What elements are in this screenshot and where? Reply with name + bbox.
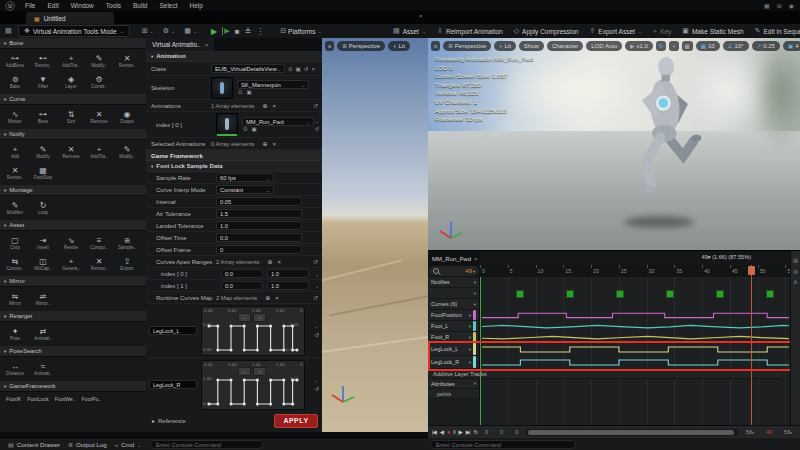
console-input[interactable] — [150, 440, 263, 449]
palette-tool-conver[interactable]: ⇆Conver.. — [1, 253, 29, 274]
timeline-scrollbar[interactable] — [526, 429, 738, 436]
footer-mid[interactable]: 49 — [762, 429, 776, 435]
track-attributes[interactable]: Attributes▾ — [428, 379, 791, 389]
element-options-icon[interactable]: ⌄ — [315, 283, 319, 289]
asset-tool-reimport-animation[interactable]: ⇩Reimport Animation — [437, 27, 503, 35]
range-field-1[interactable]: 1.0 — [267, 281, 309, 290]
palette-tool-modify[interactable]: ✎Modify — [29, 141, 57, 162]
notify-marker[interactable] — [516, 290, 524, 298]
footer-range_right[interactable]: 56▾ — [780, 429, 796, 435]
menu-select[interactable]: Select — [153, 2, 183, 9]
asset-tool-asset[interactable]: ▤Asset⌄ — [393, 27, 426, 35]
close-icon[interactable]: × — [474, 256, 477, 262]
asset-tool-export-asset[interactable]: ⇧Export Asset⌄ — [589, 27, 642, 35]
asset-tool-key[interactable]: +Key — [653, 28, 671, 35]
hamburger-menu-icon[interactable]: ≡ — [325, 41, 334, 51]
palette-tool-loop[interactable]: ↻Loop — [29, 197, 57, 218]
palette-tool-pose[interactable]: ✦Pose — [1, 323, 29, 344]
topright-icon-2[interactable]: ◉ — [789, 2, 794, 9]
clear-icon[interactable]: × — [311, 66, 314, 72]
combo-sample-rate[interactable]: 60 fps⌄ — [216, 173, 274, 182]
eject-button[interactable]: ≜ — [244, 27, 251, 36]
browse-icon[interactable]: ▣ — [296, 66, 301, 72]
pill-character[interactable]: Character — [547, 41, 583, 51]
track-notifies[interactable]: Notifies▾ — [428, 277, 791, 288]
notify-marker[interactable] — [566, 290, 574, 298]
go-to-end-button[interactable]: ▶| — [466, 429, 470, 435]
track-pelvis[interactable]: pelvis — [428, 389, 791, 399]
menu-build[interactable]: Build — [127, 2, 153, 9]
reset-icon[interactable]: ↺ — [313, 258, 318, 265]
palette-tool-bake[interactable]: ⊚Bake — [1, 71, 29, 92]
palette-tool-motion[interactable]: ∿Motion — [1, 106, 29, 127]
side-tab-icon-1[interactable]: ◎ — [793, 268, 797, 274]
snap-icon-1[interactable]: ⌖ — [669, 41, 678, 51]
topright-icon-0[interactable]: ▦ — [764, 2, 770, 9]
reset-icon[interactable]: ↺ — [313, 102, 318, 109]
snap-icon-0[interactable]: ↻ — [656, 41, 667, 51]
lit-dropdown[interactable]: ◐Lit — [388, 41, 410, 51]
use-asset-icon[interactable]: ⊙ — [238, 89, 243, 95]
notify-marker[interactable] — [666, 290, 674, 298]
browse-icon[interactable]: ▣ — [252, 126, 257, 132]
unreal-logo-icon[interactable]: U — [5, 1, 15, 11]
class-dropdown[interactable]: EUB_VirtualDetailsViewDat⌄ — [211, 64, 285, 73]
palette-section-asset[interactable]: ▾Asset — [0, 220, 146, 231]
pill-x1-0[interactable]: ▶x1.0 — [625, 41, 653, 51]
palette-tool-remove[interactable]: ✕Remove — [57, 141, 85, 162]
field-landed-tolerance[interactable]: 1.0 — [216, 221, 302, 230]
viewport-badge-0[interactable]: ▦10 — [696, 41, 720, 51]
palette-section-notify[interactable]: ▾Notify — [0, 129, 146, 140]
range-field-0[interactable]: 0.0 — [221, 269, 263, 278]
close-icon[interactable]: × — [205, 42, 209, 48]
palette-tool-compo[interactable]: ≡Compo.. — [85, 232, 113, 253]
stop-button[interactable]: ■ — [235, 27, 240, 36]
field-interval[interactable]: 0.05 — [216, 197, 302, 206]
fit-vertical-button[interactable]: ↕ — [253, 313, 266, 322]
track-curves-6-[interactable]: Curves (6)▾ — [428, 299, 791, 310]
palette-section-montage[interactable]: ▾Montage — [0, 185, 146, 196]
notify-marker[interactable] — [616, 290, 624, 298]
editor-console-input[interactable] — [430, 440, 576, 449]
field-offset-time[interactable]: 0.0 — [216, 233, 302, 242]
playhead-handle[interactable] — [748, 266, 755, 275]
palette-tool-mocap[interactable]: ◫MoCap.. — [29, 253, 57, 274]
add-element-icon[interactable]: ⊕ — [268, 258, 273, 265]
cmd-dropdown[interactable]: » Cmd ⌄ — [115, 441, 142, 448]
pill-show[interactable]: Show — [519, 41, 544, 51]
delete-elements-icon[interactable]: × — [275, 295, 279, 301]
element-options-icon[interactable]: ⌄ — [315, 377, 319, 383]
palette-tool-footlock[interactable]: FootLock — [27, 396, 48, 402]
element-options-icon[interactable]: ⌄ — [315, 323, 319, 329]
palette-tool-animati[interactable]: ≈Animati.. — [29, 358, 57, 379]
palette-tool-add[interactable]: +Add — [1, 141, 29, 162]
palette-tool-crop[interactable]: ▢Crop — [1, 232, 29, 253]
editor-tab-close-icon[interactable]: × — [419, 13, 423, 19]
palette-section-posesearch[interactable]: ▾PoseSearch — [0, 346, 146, 357]
reset-icon[interactable]: ↺ — [304, 66, 309, 72]
delete-elements-icon[interactable]: × — [273, 103, 277, 109]
output-log-button[interactable]: ≣ Output Log — [68, 441, 107, 448]
snap-icon-2[interactable]: ▦ — [682, 41, 693, 51]
save-icon[interactable]: ▤ — [5, 27, 12, 35]
palette-tool-export[interactable]: ⇧Export — [113, 253, 141, 274]
palette-tool-addtra[interactable]: +AddTra.. — [85, 141, 113, 162]
curve-editor-leglock_r[interactable]: 0.000.501.001.502.↔↕1.000.001.000.00 — [201, 360, 305, 410]
palette-tool-sample[interactable]: ≋Sample.. — [113, 232, 141, 253]
notify-marker[interactable] — [766, 290, 774, 298]
reference-foldout[interactable]: ▸Reference — [152, 417, 186, 424]
palette-section-bone[interactable]: ▾Bone — [0, 38, 146, 49]
notify-marker[interactable] — [716, 290, 724, 298]
use-asset-icon[interactable]: ⊙ — [243, 126, 248, 132]
menu-window[interactable]: Window — [65, 2, 100, 9]
range-field-0[interactable]: 0.0 — [221, 281, 263, 290]
palette-tool-remov[interactable]: ⊷Remov.. — [29, 50, 57, 71]
palette-tool-insert[interactable]: ⇥Insert — [29, 232, 57, 253]
asset-tool-make-static-mesh[interactable]: ▣Make Static Mesh — [682, 27, 743, 35]
loop-button[interactable]: ↻ — [473, 429, 477, 435]
palette-section-gameframework[interactable]: ▾GameFramework — [0, 381, 146, 392]
fit-horizontal-button[interactable]: ↔ — [238, 367, 251, 376]
use-asset-icon[interactable]: ⊙ — [288, 66, 293, 72]
palette-tool-modifier[interactable]: ✎Modifier — [1, 197, 29, 218]
palette-tool-footpo[interactable]: FootPo.. — [82, 396, 102, 402]
